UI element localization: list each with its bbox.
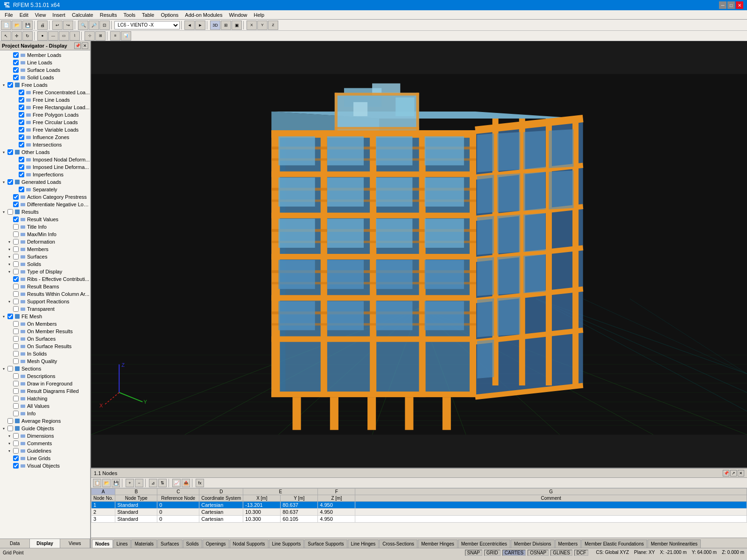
menu-results[interactable]: Results	[97, 12, 120, 18]
close-button[interactable]: ✕	[736, 1, 743, 9]
nav-checkbox-draw-foreground[interactable]	[13, 381, 19, 386]
nav-item-free-polygon[interactable]: Free Polygon Loads	[0, 111, 90, 119]
nav-item-free-concentrated[interactable]: Free Concentrated Loa...	[0, 89, 90, 96]
nav-checkbox-line-grids[interactable]	[13, 455, 19, 461]
nav-checkbox-separately[interactable]	[19, 187, 24, 192]
nav-item-hatching[interactable]: Hatching	[0, 395, 90, 402]
nav-item-result-values[interactable]: Result Values	[0, 216, 90, 223]
dt-export-btn[interactable]: 📤	[182, 479, 190, 487]
nav-checkbox-mesh-quality[interactable]	[13, 358, 19, 364]
dt-new-btn[interactable]: 📋	[93, 479, 101, 487]
iso-x-btn[interactable]: X	[247, 21, 257, 30]
nav-checkbox-other-loads[interactable]	[7, 149, 13, 155]
dp-close-btn[interactable]: ✕	[738, 470, 744, 476]
nav-checkbox-free-polygon[interactable]	[19, 112, 24, 118]
nav-item-differentiate-neg[interactable]: Differentiate Negative Loa...	[0, 201, 90, 208]
nav-item-guide-objects[interactable]: ▾Guide Objects	[0, 425, 90, 432]
nav-expand-solids-result[interactable]: ▾	[7, 261, 12, 267]
nav-item-support-reactions[interactable]: ▾Support Reactions	[0, 298, 90, 305]
node-btn[interactable]: ●	[37, 31, 48, 41]
line-btn[interactable]: —	[48, 31, 58, 41]
nav-item-generated-loads[interactable]: ▾Generated Loads	[0, 178, 90, 186]
nav-expand-members-result[interactable]: ▾	[7, 246, 12, 252]
select-btn[interactable]: ↖	[1, 31, 11, 41]
table-row[interactable]: 3 Standard 0 Cartesian 10.300 60.105 4.9…	[92, 516, 747, 523]
zoom-in-btn[interactable]: 🔍	[78, 21, 88, 30]
nav-item-member-loads[interactable]: Member Loads	[0, 51, 90, 59]
dt-graph-btn[interactable]: 📈	[172, 479, 181, 487]
nav-expand-comments[interactable]: ▾	[7, 441, 12, 446]
nav-checkbox-comments[interactable]	[13, 441, 19, 446]
nav-checkbox-solids-result[interactable]	[13, 261, 19, 267]
nav-item-separately[interactable]: Separately	[0, 186, 90, 193]
nav-item-result-beams[interactable]: Result Beams	[0, 283, 90, 290]
nav-checkbox-fe-mesh[interactable]	[7, 314, 13, 319]
snap-btn[interactable]: ⊹	[85, 31, 95, 41]
nav-item-free-variable[interactable]: Free Variable Loads	[0, 126, 90, 133]
bottom-tab-nodes[interactable]: Nodes	[92, 539, 113, 548]
nav-item-title-info[interactable]: Title Info	[0, 223, 90, 231]
bottom-tab-member-eccentricities[interactable]: Member Eccentricities	[458, 539, 510, 548]
nav-checkbox-free-loads[interactable]	[7, 82, 13, 88]
dt-filter-btn[interactable]: ⊿	[149, 479, 157, 487]
shade-btn[interactable]: ▣	[232, 21, 242, 30]
nav-item-visual-objects[interactable]: Visual Objects	[0, 462, 90, 469]
bottom-tab-nodal-supports[interactable]: Nodal Supports	[230, 539, 268, 548]
menu-insert[interactable]: Insert	[49, 12, 68, 18]
nav-checkbox-imposed-line[interactable]	[19, 164, 24, 170]
nav-checkbox-visual-objects[interactable]	[13, 463, 19, 469]
minimize-button[interactable]: ─	[719, 1, 726, 9]
nav-item-info-sections[interactable]: Info	[0, 410, 90, 417]
new-btn[interactable]: 📄	[1, 21, 11, 30]
table-row[interactable]: 1 Standard 0 Cartesian -13.201 80.637 4.…	[92, 502, 747, 509]
bottom-tab-solids[interactable]: Solids	[183, 539, 202, 548]
3d-viewport[interactable]: Z Y X	[91, 41, 747, 468]
nav-item-fe-mesh[interactable]: ▾FE Mesh	[0, 313, 90, 320]
bottom-tab-cross-sections[interactable]: Cross-Sections	[379, 539, 417, 548]
nav-checkbox-all-values[interactable]	[13, 403, 19, 409]
nav-checkbox-result-beams[interactable]	[13, 284, 19, 289]
dt-formula-btn[interactable]: fx	[196, 479, 204, 487]
nav-item-in-solids[interactable]: In Solids	[0, 350, 90, 357]
nav-item-on-members[interactable]: On Members	[0, 320, 90, 328]
nav-tab-views[interactable]: Views	[60, 539, 90, 548]
bottom-tab-line-supports[interactable]: Line Supports	[269, 539, 304, 548]
nav-checkbox-hatching[interactable]	[13, 396, 19, 401]
glines-status[interactable]: GLINES	[550, 550, 572, 556]
nav-tab-data[interactable]: Data	[0, 539, 30, 548]
nav-expand-support-reactions[interactable]: ▾	[7, 299, 12, 304]
nav-item-surfaces-result[interactable]: ▾Surfaces	[0, 253, 90, 260]
nav-item-results-within-column[interactable]: Results Within Column Ar...	[0, 290, 90, 298]
menu-table[interactable]: Table	[139, 12, 157, 18]
nav-checkbox-dimensions[interactable]	[13, 433, 19, 439]
nav-item-sections[interactable]: ▾Sections	[0, 365, 90, 372]
nav-tab-display[interactable]: Display	[30, 539, 60, 548]
nav-checkbox-differentiate-neg[interactable]	[13, 202, 19, 207]
nav-checkbox-guide-objects[interactable]	[7, 426, 13, 431]
nav-item-deformation[interactable]: ▾Deformation	[0, 238, 90, 245]
nav-item-average-regions[interactable]: Average Regions	[0, 417, 90, 425]
nav-checkbox-type-of-display[interactable]	[13, 269, 19, 274]
iso-z-btn[interactable]: Z	[268, 21, 278, 30]
nav-item-descriptions[interactable]: Descriptions	[0, 372, 90, 380]
bottom-tab-openings[interactable]: Openings	[203, 539, 229, 548]
nav-expand-sections[interactable]: ▾	[1, 366, 7, 371]
menu-calculate[interactable]: Calculate	[69, 12, 96, 18]
nav-item-transparent[interactable]: Transparent	[0, 305, 90, 313]
nav-expand-surfaces-result[interactable]: ▾	[7, 254, 12, 259]
move-btn[interactable]: ✛	[12, 31, 22, 41]
menu-window[interactable]: Window	[226, 12, 250, 18]
nav-item-line-loads[interactable]: Line Loads	[0, 59, 90, 66]
nav-checkbox-imperfections[interactable]	[19, 172, 24, 177]
nav-expand-results[interactable]: ▾	[1, 209, 7, 215]
nav-checkbox-line-loads[interactable]	[13, 60, 19, 65]
menu-options[interactable]: Options	[158, 12, 181, 18]
nav-checkbox-deformation[interactable]	[13, 239, 19, 245]
menu-edit[interactable]: Edit	[17, 12, 31, 18]
nav-checkbox-member-loads[interactable]	[13, 52, 19, 58]
nav-item-on-surface-results[interactable]: On Surface Results	[0, 343, 90, 350]
menu-add-on-modules[interactable]: Add-on Modules	[182, 12, 225, 18]
nav-checkbox-result-diagrams-filled[interactable]	[13, 388, 19, 394]
zoom-out-btn[interactable]: 🔎	[89, 21, 99, 30]
nav-item-guidelines[interactable]: ▾Guidelines	[0, 447, 90, 455]
